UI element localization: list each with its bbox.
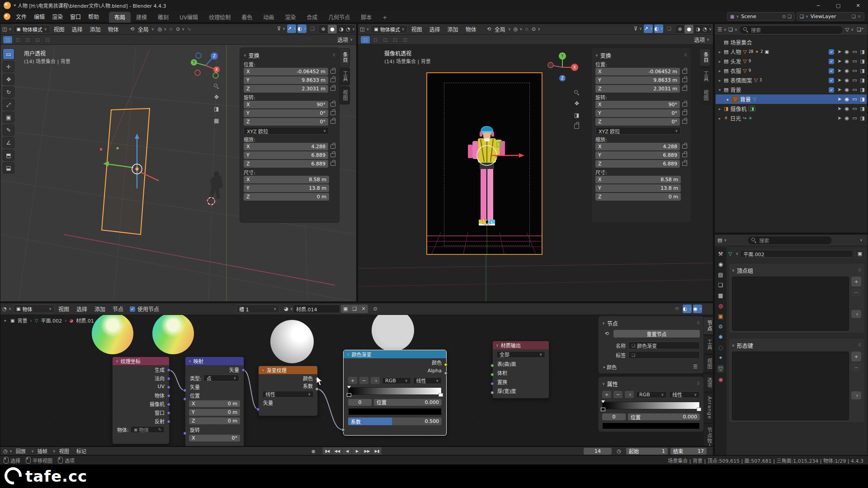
ramp-specials-icon[interactable]: ∨ <box>625 391 634 398</box>
fake-user-shield-icon[interactable]: ▣ <box>341 305 350 313</box>
viewport-disable-icon[interactable]: ▭ <box>852 115 857 121</box>
ramp-interpolation-dropdown[interactable]: 线性∨ <box>669 391 700 398</box>
workspace-tab-modeling[interactable]: 建模 <box>131 12 152 23</box>
transform-panel-header[interactable]: ∨变换⠿ <box>595 51 687 60</box>
panel-drag-dots[interactable]: ⠿ <box>858 343 861 347</box>
tab-constraints-icon[interactable]: ✦ <box>718 355 723 361</box>
node-header[interactable]: ∨渐变纹理 <box>259 366 317 374</box>
tool-extrude[interactable]: ⬓ <box>3 162 14 174</box>
shading-material-icon[interactable]: ◑ <box>693 25 703 33</box>
ramp-handle-1[interactable] <box>439 393 443 397</box>
node-colorramp[interactable]: ∨颜色渐变 颜色 Alpha + − ∨ RGB∨ 线性∨ 0 位置0.000 … <box>343 350 447 436</box>
lock-icon[interactable] <box>330 111 335 115</box>
render-disable-icon[interactable]: ◨ <box>860 96 865 102</box>
stop-position-field[interactable]: 位置0.000 <box>628 413 700 420</box>
transform-panel-header[interactable]: ∨变换⠿ <box>244 51 335 60</box>
lock-icon[interactable] <box>682 153 687 157</box>
workspace-tab-compositing[interactable]: 合成 <box>301 12 323 23</box>
shader-editor[interactable]: ∨纹理坐标 生成 法向 UV 物体 摄像机 窗口 反射 物体:▣物体✎ ∨映射 … <box>0 303 713 446</box>
viewport-disable-icon[interactable]: ▭ <box>852 106 857 112</box>
proportional-falloff-icon[interactable]: ∿ <box>185 25 194 33</box>
pan-hand-icon[interactable]: ✥ <box>214 94 219 100</box>
output-target-dropdown[interactable]: 全部∨ <box>496 351 545 358</box>
outliner-row-camera[interactable]: ▸ ◨ 摄像机 ◨ ➤◉▭◨ <box>716 104 867 113</box>
snap-magnet-icon[interactable]: ∩ <box>523 25 532 33</box>
viewport-disable-icon[interactable]: ▭ <box>852 49 857 55</box>
socket-vector-out[interactable] <box>241 368 245 372</box>
scale-x-field[interactable]: X4.288 <box>595 143 680 150</box>
tool-annotate[interactable]: ✎ <box>3 124 14 136</box>
panel-drag-dots[interactable]: ⠿ <box>858 268 861 272</box>
socket-surface-in[interactable] <box>491 364 494 367</box>
tab-scene-icon[interactable]: ▩ <box>718 292 723 299</box>
select-circle-icon[interactable]: ⬚ <box>381 36 390 43</box>
dim-z-field[interactable]: Z0 m <box>595 193 681 201</box>
lock-icon[interactable] <box>682 111 687 115</box>
jump-to-start-button[interactable]: ▮◀ <box>322 447 332 455</box>
socket-object-out[interactable] <box>167 394 170 398</box>
outliner-row-sun[interactable]: ▸ ☀ 日光 ↪ ☀ ➤◉▭◨ <box>716 113 867 123</box>
hide-icon[interactable]: ◉ <box>845 106 849 112</box>
next-keyframe-button[interactable]: ▶▶ <box>362 447 372 455</box>
options-button[interactable]: 选项∨ <box>337 36 353 43</box>
play-reverse-button[interactable]: ◀ <box>342 447 352 455</box>
xray-toggle-icon[interactable]: ❏ <box>665 24 674 33</box>
tab-output-icon[interactable]: ▤ <box>718 272 723 278</box>
pin-icon[interactable]: ⊙ <box>371 305 380 313</box>
pivot-icon[interactable]: ⊽∨ <box>633 24 642 33</box>
lock-icon[interactable] <box>330 87 335 91</box>
add-menu[interactable]: 添加 <box>91 305 109 313</box>
add-stop-button[interactable]: + <box>602 391 611 398</box>
frame-end-field[interactable]: 结束17 <box>670 448 707 455</box>
shading-material-icon[interactable]: ◑ <box>337 25 346 33</box>
color-mode-dropdown[interactable]: RGB∨ <box>382 377 411 384</box>
lock-icon[interactable] <box>330 153 335 157</box>
menu-help[interactable]: 帮助 <box>85 13 103 20</box>
node-header[interactable]: ∨颜色渐变 <box>344 350 446 358</box>
hide-icon[interactable]: ◉ <box>845 77 849 83</box>
color-presets-icon[interactable]: ☰ <box>691 362 700 371</box>
socket-generated-out[interactable] <box>167 368 170 372</box>
shape-keys-header[interactable]: ∨形态键⠿ <box>732 341 861 350</box>
tab-render-icon[interactable]: ◉ <box>718 261 723 267</box>
node-label-field[interactable]: ❏ <box>628 351 700 359</box>
tab-viewlayer-icon[interactable]: ❏ <box>718 282 723 288</box>
viewport-user[interactable]: ◫∨ ▣物体模式∨ 视图 选择 添加 物体 ⟲ 全局∨ ◎∨ ∩ ⊙∨ ∿ ⊽∨… <box>0 23 357 302</box>
properties-options-icon[interactable]: ∨ <box>856 236 865 244</box>
tool-cursor[interactable]: ✛ <box>3 61 14 72</box>
tab-node-wrangler[interactable]: 节点牧人 <box>704 424 713 446</box>
select-tweak-icon[interactable]: ⬚ <box>13 36 22 43</box>
expand-icon[interactable]: ▸ <box>726 97 730 102</box>
socket-alpha-out[interactable] <box>444 371 448 375</box>
workspace-add-button[interactable]: + <box>377 13 392 23</box>
interpolation-dropdown[interactable]: 线性∨ <box>262 391 314 398</box>
frame-start-field[interactable]: 起始1 <box>626 448 668 455</box>
ramp-handle-1[interactable] <box>697 408 701 411</box>
dim-x-field[interactable]: X8.58 m <box>244 176 329 183</box>
tab-view[interactable]: 视图 <box>704 355 713 373</box>
proportional-edit-icon[interactable]: ⊙∨ <box>176 25 185 33</box>
copy-material-icon[interactable]: ❏ <box>350 305 359 313</box>
maximize-button[interactable]: ▢ <box>828 0 848 11</box>
zoom-icon[interactable] <box>214 84 219 89</box>
workspace-tab-texturepaint[interactable]: 纹理绘制 <box>203 12 236 23</box>
rotation-mode-dropdown[interactable]: XYZ 欧拉∨ <box>595 127 681 135</box>
navigation-gizmo[interactable]: Y X Z <box>546 51 579 84</box>
panel-drag-dots[interactable]: ⠿ <box>684 53 687 57</box>
mapping-y-field[interactable]: Y0 m <box>189 409 240 416</box>
socket-reflection-out[interactable] <box>167 420 170 423</box>
editor-type-icon[interactable]: ▤∨ <box>717 236 726 244</box>
node-header[interactable]: ∨材质输出 <box>493 341 549 349</box>
workspace-tab-rendertab[interactable]: 渲染 <box>279 12 301 23</box>
tool-move[interactable]: ✥ <box>3 74 14 85</box>
scale-y-field[interactable]: Y6.889 <box>595 151 680 159</box>
color-ramp-bar[interactable] <box>602 402 700 409</box>
vertex-groups-header[interactable]: ∨顶点组⠿ <box>732 266 861 275</box>
collection-checkbox[interactable]: ✓ <box>829 59 834 64</box>
node-mapping[interactable]: ∨映射 矢量 类型:点∨ 矢量 位置 X0 m Y0 m Z0 m 旋转 X0° <box>185 357 244 446</box>
tool-rotate[interactable]: ↻ <box>3 86 14 98</box>
location-y-field[interactable]: Y9.8633 m <box>244 76 328 84</box>
shading-rendered-icon[interactable]: ◔∨ <box>703 25 712 33</box>
view-menu[interactable]: 视图 <box>408 25 426 33</box>
collection-checkbox[interactable]: ✓ <box>829 68 834 74</box>
